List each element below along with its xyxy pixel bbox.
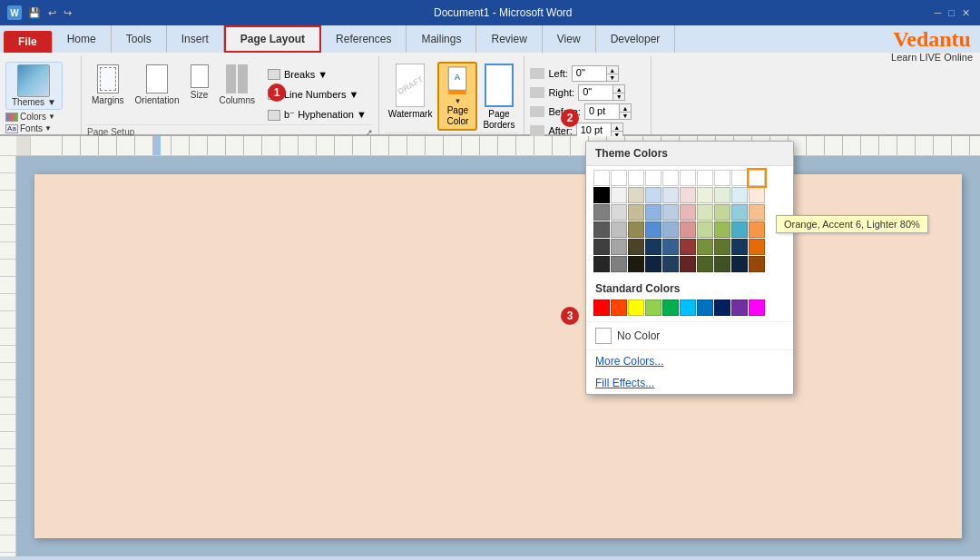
indent-left-up[interactable]: ▲ <box>607 66 618 74</box>
tab-file[interactable]: File <box>4 31 53 53</box>
theme-color-cell[interactable] <box>611 221 627 238</box>
columns-button[interactable]: Columns <box>215 62 260 108</box>
theme-color-cell[interactable] <box>662 170 679 186</box>
theme-color-cell[interactable] <box>662 256 679 272</box>
standard-color-cell[interactable] <box>593 300 610 316</box>
undo-btn[interactable]: ↩ <box>45 7 59 19</box>
theme-color-cell[interactable] <box>611 204 627 221</box>
indent-right-down[interactable]: ▼ <box>613 93 624 100</box>
standard-color-cell[interactable] <box>731 300 748 316</box>
theme-color-cell[interactable] <box>593 239 610 255</box>
colors-sub-button[interactable]: Colors ▼ <box>5 112 63 122</box>
margins-button[interactable]: Margins <box>87 62 129 108</box>
theme-color-cell[interactable] <box>593 256 610 272</box>
spacing-before-up[interactable]: ▲ <box>620 104 631 112</box>
theme-color-cell[interactable] <box>731 256 748 272</box>
theme-color-cell[interactable] <box>731 221 748 238</box>
tab-developer[interactable]: Developer <box>596 25 676 53</box>
hyphenation-button[interactable]: b⁻ Hyphenation ▼ <box>261 105 373 124</box>
theme-color-cell[interactable] <box>680 256 696 272</box>
theme-color-cell[interactable] <box>749 221 765 238</box>
spacing-after-up[interactable]: ▲ <box>612 123 622 131</box>
theme-color-cell[interactable] <box>697 170 713 186</box>
theme-color-cell[interactable] <box>662 221 679 238</box>
theme-color-cell[interactable] <box>593 170 610 186</box>
theme-color-cell[interactable] <box>697 221 713 238</box>
theme-color-cell[interactable] <box>749 204 765 221</box>
theme-color-cell[interactable] <box>697 204 713 221</box>
theme-color-cell[interactable] <box>628 187 644 203</box>
theme-color-cell[interactable] <box>731 187 748 203</box>
theme-color-cell[interactable] <box>628 256 644 272</box>
theme-color-cell[interactable] <box>662 187 679 203</box>
theme-color-cell[interactable] <box>749 239 765 255</box>
theme-color-cell[interactable] <box>714 221 730 238</box>
theme-color-cell[interactable] <box>645 221 662 238</box>
size-button[interactable]: Size <box>186 62 213 103</box>
indent-right-up[interactable]: ▲ <box>613 85 624 93</box>
theme-color-cell[interactable] <box>611 239 627 255</box>
tab-tools[interactable]: Tools <box>112 25 167 53</box>
theme-color-cell[interactable] <box>628 239 644 255</box>
tab-mailings[interactable]: Mailings <box>407 25 476 53</box>
theme-color-cell[interactable] <box>680 170 696 186</box>
theme-color-cell[interactable] <box>645 204 662 221</box>
more-colors-link[interactable]: More Colors... <box>586 350 793 372</box>
minimize-btn[interactable]: ─ <box>932 7 945 18</box>
tab-references[interactable]: References <box>321 25 407 53</box>
standard-color-cell[interactable] <box>680 300 696 316</box>
theme-color-cell[interactable] <box>611 170 627 186</box>
theme-color-cell[interactable] <box>697 187 713 203</box>
theme-color-cell[interactable] <box>714 256 730 272</box>
theme-color-cell[interactable] <box>662 204 679 221</box>
theme-color-cell[interactable] <box>680 187 696 203</box>
fill-effects-link[interactable]: Fill Effects... <box>586 372 793 394</box>
maximize-btn[interactable]: □ <box>946 7 957 18</box>
tab-view[interactable]: View <box>543 25 596 53</box>
page-color-button[interactable]: A ▼ PageColor <box>437 62 477 131</box>
breaks-button[interactable]: Breaks ▼ <box>261 65 373 84</box>
theme-color-cell[interactable] <box>697 256 713 272</box>
theme-color-cell[interactable] <box>731 170 748 186</box>
theme-color-cell[interactable] <box>628 221 644 238</box>
standard-color-cell[interactable] <box>749 300 765 316</box>
theme-color-cell[interactable] <box>645 239 662 255</box>
theme-color-cell[interactable] <box>593 187 610 203</box>
theme-color-cell[interactable] <box>714 170 730 186</box>
tab-insert[interactable]: Insert <box>167 25 224 53</box>
standard-color-cell[interactable] <box>697 300 713 316</box>
theme-color-cell[interactable] <box>749 187 765 203</box>
theme-color-cell[interactable] <box>593 204 610 221</box>
save-btn[interactable]: 💾 <box>25 7 44 19</box>
theme-color-cell[interactable] <box>680 204 696 221</box>
themes-button[interactable]: Themes ▼ <box>5 62 63 110</box>
tab-page-layout[interactable]: Page Layout <box>224 25 321 53</box>
standard-color-cell[interactable] <box>714 300 730 316</box>
standard-color-cell[interactable] <box>628 300 644 316</box>
theme-color-cell[interactable] <box>680 221 696 238</box>
orientation-button[interactable]: Orientation <box>131 62 184 108</box>
page-borders-button[interactable]: PageBorders <box>479 62 518 133</box>
theme-color-cell[interactable] <box>645 170 662 186</box>
spacing-before-down[interactable]: ▼ <box>620 112 631 119</box>
theme-color-cell[interactable] <box>697 239 713 255</box>
theme-color-cell[interactable] <box>714 204 730 221</box>
theme-color-cell[interactable] <box>731 239 748 255</box>
theme-color-cell[interactable] <box>628 170 644 186</box>
theme-color-cell[interactable] <box>611 256 627 272</box>
fonts-sub-button[interactable]: Aa Fonts ▼ <box>5 123 63 133</box>
theme-color-cell[interactable] <box>628 204 644 221</box>
page-setup-expand-icon[interactable]: ↗ <box>366 128 373 137</box>
standard-color-cell[interactable] <box>662 300 679 316</box>
no-color-option[interactable]: No Color <box>586 321 793 350</box>
tab-review[interactable]: Review <box>476 25 542 53</box>
theme-color-cell[interactable] <box>680 239 696 255</box>
watermark-button[interactable]: DRAFT Watermark <box>385 62 436 121</box>
theme-color-cell[interactable] <box>714 239 730 255</box>
theme-color-cell[interactable] <box>731 204 748 221</box>
standard-color-cell[interactable] <box>645 300 662 316</box>
indent-left-down[interactable]: ▼ <box>607 74 618 81</box>
theme-color-cell[interactable] <box>749 170 765 186</box>
theme-color-cell[interactable] <box>714 187 730 203</box>
standard-color-cell[interactable] <box>611 300 627 316</box>
